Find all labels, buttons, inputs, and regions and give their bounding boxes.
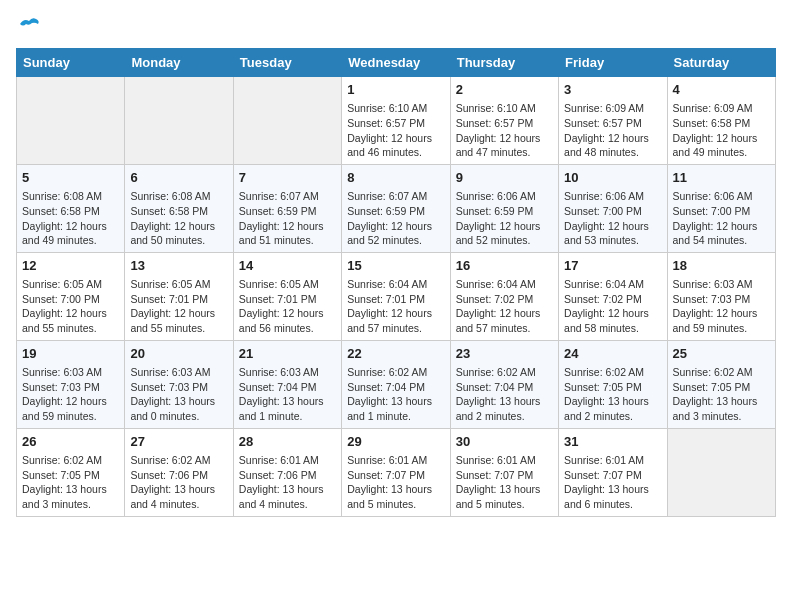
day-cell: 30Sunrise: 6:01 AM Sunset: 7:07 PM Dayli… bbox=[450, 428, 558, 516]
day-info: Sunrise: 6:02 AM Sunset: 7:05 PM Dayligh… bbox=[564, 365, 661, 424]
day-number: 18 bbox=[673, 257, 770, 275]
day-cell bbox=[17, 77, 125, 165]
day-cell bbox=[125, 77, 233, 165]
day-number: 24 bbox=[564, 345, 661, 363]
day-info: Sunrise: 6:05 AM Sunset: 7:01 PM Dayligh… bbox=[239, 277, 336, 336]
day-info: Sunrise: 6:06 AM Sunset: 7:00 PM Dayligh… bbox=[673, 189, 770, 248]
day-cell: 15Sunrise: 6:04 AM Sunset: 7:01 PM Dayli… bbox=[342, 252, 450, 340]
day-info: Sunrise: 6:02 AM Sunset: 7:06 PM Dayligh… bbox=[130, 453, 227, 512]
day-number: 13 bbox=[130, 257, 227, 275]
day-cell: 16Sunrise: 6:04 AM Sunset: 7:02 PM Dayli… bbox=[450, 252, 558, 340]
day-info: Sunrise: 6:07 AM Sunset: 6:59 PM Dayligh… bbox=[347, 189, 444, 248]
day-number: 23 bbox=[456, 345, 553, 363]
day-cell: 12Sunrise: 6:05 AM Sunset: 7:00 PM Dayli… bbox=[17, 252, 125, 340]
day-number: 28 bbox=[239, 433, 336, 451]
header-tuesday: Tuesday bbox=[233, 49, 341, 77]
day-number: 6 bbox=[130, 169, 227, 187]
day-number: 10 bbox=[564, 169, 661, 187]
week-row-2: 12Sunrise: 6:05 AM Sunset: 7:00 PM Dayli… bbox=[17, 252, 776, 340]
day-info: Sunrise: 6:10 AM Sunset: 6:57 PM Dayligh… bbox=[456, 101, 553, 160]
day-number: 17 bbox=[564, 257, 661, 275]
day-number: 27 bbox=[130, 433, 227, 451]
day-number: 14 bbox=[239, 257, 336, 275]
day-info: Sunrise: 6:02 AM Sunset: 7:04 PM Dayligh… bbox=[456, 365, 553, 424]
day-cell: 17Sunrise: 6:04 AM Sunset: 7:02 PM Dayli… bbox=[559, 252, 667, 340]
day-cell bbox=[233, 77, 341, 165]
header-saturday: Saturday bbox=[667, 49, 775, 77]
day-number: 5 bbox=[22, 169, 119, 187]
day-info: Sunrise: 6:02 AM Sunset: 7:05 PM Dayligh… bbox=[673, 365, 770, 424]
day-number: 21 bbox=[239, 345, 336, 363]
day-info: Sunrise: 6:04 AM Sunset: 7:01 PM Dayligh… bbox=[347, 277, 444, 336]
day-info: Sunrise: 6:03 AM Sunset: 7:03 PM Dayligh… bbox=[673, 277, 770, 336]
day-cell bbox=[667, 428, 775, 516]
day-info: Sunrise: 6:01 AM Sunset: 7:06 PM Dayligh… bbox=[239, 453, 336, 512]
day-info: Sunrise: 6:01 AM Sunset: 7:07 PM Dayligh… bbox=[564, 453, 661, 512]
day-cell: 25Sunrise: 6:02 AM Sunset: 7:05 PM Dayli… bbox=[667, 340, 775, 428]
day-number: 11 bbox=[673, 169, 770, 187]
day-info: Sunrise: 6:03 AM Sunset: 7:04 PM Dayligh… bbox=[239, 365, 336, 424]
day-cell: 5Sunrise: 6:08 AM Sunset: 6:58 PM Daylig… bbox=[17, 164, 125, 252]
day-number: 7 bbox=[239, 169, 336, 187]
day-number: 8 bbox=[347, 169, 444, 187]
day-number: 3 bbox=[564, 81, 661, 99]
logo bbox=[16, 16, 40, 36]
day-info: Sunrise: 6:04 AM Sunset: 7:02 PM Dayligh… bbox=[564, 277, 661, 336]
day-cell: 10Sunrise: 6:06 AM Sunset: 7:00 PM Dayli… bbox=[559, 164, 667, 252]
day-cell: 19Sunrise: 6:03 AM Sunset: 7:03 PM Dayli… bbox=[17, 340, 125, 428]
week-row-4: 26Sunrise: 6:02 AM Sunset: 7:05 PM Dayli… bbox=[17, 428, 776, 516]
day-info: Sunrise: 6:09 AM Sunset: 6:58 PM Dayligh… bbox=[673, 101, 770, 160]
week-row-0: 1Sunrise: 6:10 AM Sunset: 6:57 PM Daylig… bbox=[17, 77, 776, 165]
day-cell: 9Sunrise: 6:06 AM Sunset: 6:59 PM Daylig… bbox=[450, 164, 558, 252]
header-monday: Monday bbox=[125, 49, 233, 77]
day-info: Sunrise: 6:02 AM Sunset: 7:04 PM Dayligh… bbox=[347, 365, 444, 424]
day-number: 16 bbox=[456, 257, 553, 275]
week-row-3: 19Sunrise: 6:03 AM Sunset: 7:03 PM Dayli… bbox=[17, 340, 776, 428]
day-info: Sunrise: 6:10 AM Sunset: 6:57 PM Dayligh… bbox=[347, 101, 444, 160]
day-number: 2 bbox=[456, 81, 553, 99]
day-info: Sunrise: 6:03 AM Sunset: 7:03 PM Dayligh… bbox=[130, 365, 227, 424]
day-number: 20 bbox=[130, 345, 227, 363]
day-cell: 2Sunrise: 6:10 AM Sunset: 6:57 PM Daylig… bbox=[450, 77, 558, 165]
day-cell: 8Sunrise: 6:07 AM Sunset: 6:59 PM Daylig… bbox=[342, 164, 450, 252]
day-info: Sunrise: 6:08 AM Sunset: 6:58 PM Dayligh… bbox=[22, 189, 119, 248]
page-header bbox=[16, 16, 776, 36]
day-number: 9 bbox=[456, 169, 553, 187]
day-number: 15 bbox=[347, 257, 444, 275]
day-cell: 31Sunrise: 6:01 AM Sunset: 7:07 PM Dayli… bbox=[559, 428, 667, 516]
day-cell: 21Sunrise: 6:03 AM Sunset: 7:04 PM Dayli… bbox=[233, 340, 341, 428]
day-cell: 3Sunrise: 6:09 AM Sunset: 6:57 PM Daylig… bbox=[559, 77, 667, 165]
day-info: Sunrise: 6:09 AM Sunset: 6:57 PM Dayligh… bbox=[564, 101, 661, 160]
day-number: 1 bbox=[347, 81, 444, 99]
day-info: Sunrise: 6:05 AM Sunset: 7:00 PM Dayligh… bbox=[22, 277, 119, 336]
header-sunday: Sunday bbox=[17, 49, 125, 77]
day-number: 19 bbox=[22, 345, 119, 363]
day-cell: 29Sunrise: 6:01 AM Sunset: 7:07 PM Dayli… bbox=[342, 428, 450, 516]
day-info: Sunrise: 6:06 AM Sunset: 7:00 PM Dayligh… bbox=[564, 189, 661, 248]
header-thursday: Thursday bbox=[450, 49, 558, 77]
day-cell: 28Sunrise: 6:01 AM Sunset: 7:06 PM Dayli… bbox=[233, 428, 341, 516]
day-cell: 1Sunrise: 6:10 AM Sunset: 6:57 PM Daylig… bbox=[342, 77, 450, 165]
day-info: Sunrise: 6:03 AM Sunset: 7:03 PM Dayligh… bbox=[22, 365, 119, 424]
day-cell: 20Sunrise: 6:03 AM Sunset: 7:03 PM Dayli… bbox=[125, 340, 233, 428]
day-number: 12 bbox=[22, 257, 119, 275]
day-info: Sunrise: 6:05 AM Sunset: 7:01 PM Dayligh… bbox=[130, 277, 227, 336]
day-cell: 14Sunrise: 6:05 AM Sunset: 7:01 PM Dayli… bbox=[233, 252, 341, 340]
day-cell: 23Sunrise: 6:02 AM Sunset: 7:04 PM Dayli… bbox=[450, 340, 558, 428]
day-info: Sunrise: 6:08 AM Sunset: 6:58 PM Dayligh… bbox=[130, 189, 227, 248]
day-number: 26 bbox=[22, 433, 119, 451]
day-cell: 13Sunrise: 6:05 AM Sunset: 7:01 PM Dayli… bbox=[125, 252, 233, 340]
day-cell: 27Sunrise: 6:02 AM Sunset: 7:06 PM Dayli… bbox=[125, 428, 233, 516]
day-cell: 24Sunrise: 6:02 AM Sunset: 7:05 PM Dayli… bbox=[559, 340, 667, 428]
day-number: 31 bbox=[564, 433, 661, 451]
day-info: Sunrise: 6:06 AM Sunset: 6:59 PM Dayligh… bbox=[456, 189, 553, 248]
day-number: 30 bbox=[456, 433, 553, 451]
day-cell: 4Sunrise: 6:09 AM Sunset: 6:58 PM Daylig… bbox=[667, 77, 775, 165]
day-number: 25 bbox=[673, 345, 770, 363]
header-wednesday: Wednesday bbox=[342, 49, 450, 77]
day-cell: 6Sunrise: 6:08 AM Sunset: 6:58 PM Daylig… bbox=[125, 164, 233, 252]
day-cell: 22Sunrise: 6:02 AM Sunset: 7:04 PM Dayli… bbox=[342, 340, 450, 428]
day-number: 22 bbox=[347, 345, 444, 363]
week-row-1: 5Sunrise: 6:08 AM Sunset: 6:58 PM Daylig… bbox=[17, 164, 776, 252]
day-number: 29 bbox=[347, 433, 444, 451]
